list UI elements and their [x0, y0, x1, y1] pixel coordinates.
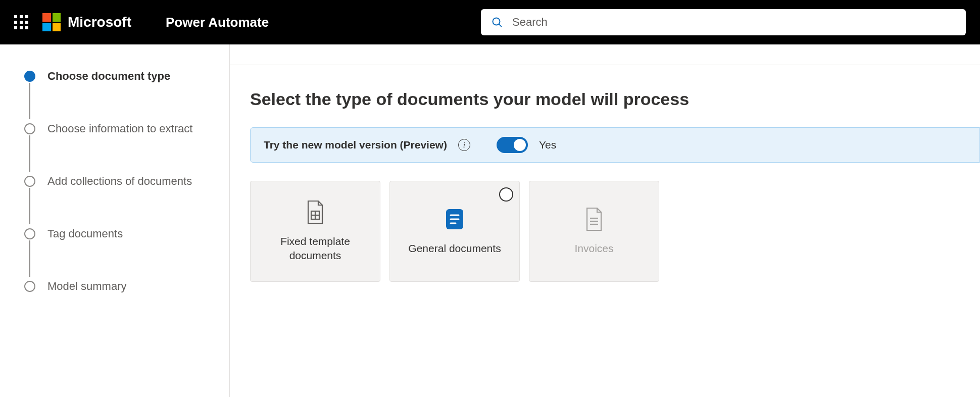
card-invoices: Invoices — [529, 181, 659, 282]
app-header: Microsoft Power Automate — [0, 0, 980, 44]
step-label: Choose document type — [47, 70, 170, 83]
svg-line-1 — [499, 24, 502, 27]
card-general-documents[interactable]: General documents — [389, 181, 520, 282]
step-indicator-icon — [24, 123, 35, 134]
step-indicator-icon — [24, 281, 35, 292]
toggle-knob-icon — [514, 139, 526, 151]
preview-banner-label: Try the new model version (Preview) — [264, 139, 447, 151]
brand-name: Microsoft — [68, 14, 131, 30]
preview-banner: Try the new model version (Preview) i Ye… — [250, 127, 980, 163]
invoice-doc-icon — [584, 207, 604, 231]
main-panel: Select the type of documents your model … — [230, 44, 980, 397]
page-title: Select the type of documents your model … — [250, 89, 980, 109]
document-type-cards: Fixed template documents General documen… — [250, 181, 980, 282]
step-indicator-icon — [24, 228, 35, 239]
step-choose-document-type[interactable]: Choose document type — [24, 69, 209, 84]
wizard-steps: Choose document type Choose information … — [24, 69, 209, 294]
app-name[interactable]: Power Automate — [166, 15, 269, 30]
step-indicator-icon — [24, 176, 35, 187]
step-choose-information[interactable]: Choose information to extract — [24, 121, 209, 136]
preview-toggle-label: Yes — [539, 139, 556, 151]
template-doc-icon — [305, 200, 325, 224]
step-label: Model summary — [47, 280, 126, 293]
card-radio[interactable] — [499, 187, 513, 202]
step-indicator-icon — [24, 71, 35, 82]
svg-point-0 — [493, 18, 500, 25]
microsoft-logo-icon — [42, 13, 61, 31]
step-add-collections[interactable]: Add collections of documents — [24, 174, 209, 189]
step-label: Tag documents — [47, 227, 123, 240]
search-box[interactable] — [481, 9, 966, 35]
brand-block[interactable]: Microsoft — [42, 13, 131, 31]
preview-toggle[interactable] — [497, 137, 528, 153]
card-label: General documents — [408, 241, 501, 256]
card-label: Fixed template documents — [259, 234, 372, 263]
card-label: Invoices — [574, 241, 613, 256]
step-tag-documents[interactable]: Tag documents — [24, 226, 209, 241]
app-launcher-icon[interactable] — [14, 15, 28, 29]
info-icon[interactable]: i — [458, 139, 470, 151]
search-container — [481, 9, 966, 35]
wizard-sidebar: Choose document type Choose information … — [0, 44, 230, 397]
step-model-summary[interactable]: Model summary — [24, 279, 209, 294]
step-label: Choose information to extract — [47, 122, 192, 135]
general-doc-icon — [445, 207, 464, 231]
search-input[interactable] — [512, 16, 956, 29]
search-icon — [491, 16, 503, 28]
card-fixed-template[interactable]: Fixed template documents — [250, 181, 380, 282]
step-label: Add collections of documents — [47, 175, 192, 188]
